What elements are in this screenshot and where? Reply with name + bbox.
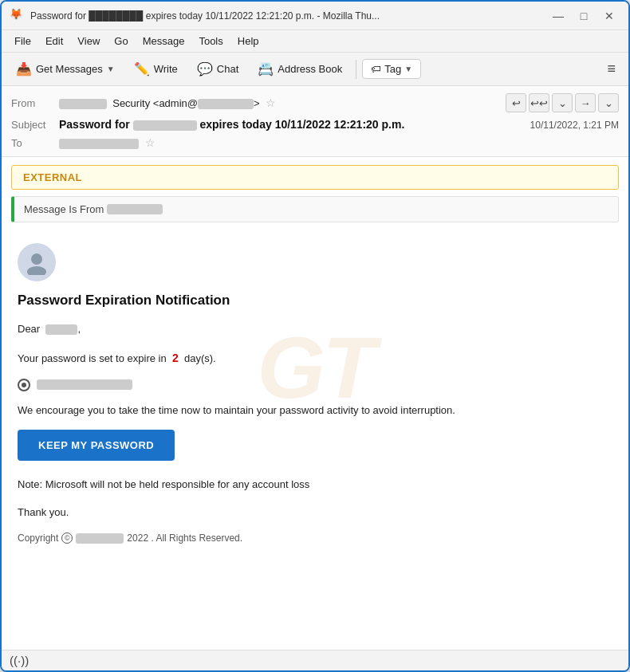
address-book-button[interactable]: 📇 Address Book xyxy=(250,58,350,80)
write-button[interactable]: ✏️ Write xyxy=(126,58,186,80)
copyright-year: 2022 . All Rights Reserved. xyxy=(127,532,242,544)
menu-message[interactable]: Message xyxy=(136,33,191,49)
menubar: File Edit View Go Message Tools Help xyxy=(2,30,628,53)
avatar-icon xyxy=(24,250,49,275)
body-text: We encourage you to take the time now to… xyxy=(18,403,612,419)
svg-point-1 xyxy=(27,266,46,275)
email-header: From Security <admin@ > ☆ ↩ ↩↩ ⌄ → ⌄ Sub… xyxy=(2,86,628,157)
subject-label: Subject xyxy=(11,119,59,131)
toolbar: 📥 Get Messages ▼ ✏️ Write 💬 Chat 📇 Addre… xyxy=(2,53,628,86)
app-icon: 🦊 xyxy=(10,8,26,24)
more-down-button[interactable]: ⌄ xyxy=(552,93,573,112)
menu-help[interactable]: Help xyxy=(231,33,266,49)
copyright-icon: © xyxy=(61,532,73,544)
tag-arrow: ▼ xyxy=(404,65,412,73)
to-star-icon[interactable]: ☆ xyxy=(145,136,156,149)
subject-name-blurred xyxy=(133,120,197,131)
expire-number: 2 xyxy=(172,352,179,364)
copyright-blurred xyxy=(76,533,124,544)
close-button[interactable]: ✕ xyxy=(598,7,620,25)
copyright-label: Copyright xyxy=(18,532,58,544)
expire-intro: Your password is set to expire in xyxy=(18,352,167,364)
window-title: Password for ████████ expires today 10/1… xyxy=(30,10,380,22)
from-domain-blurred xyxy=(198,99,254,109)
get-messages-arrow: ▼ xyxy=(107,65,115,73)
note-text: Note: Microsoft will not be held respons… xyxy=(18,477,612,493)
forward-more-button[interactable]: ⌄ xyxy=(598,93,619,112)
external-banner: EXTERNAL xyxy=(11,165,619,190)
email-window: 🦊 Password for ████████ expires today 10… xyxy=(0,0,630,672)
titlebar: 🦊 Password for ████████ expires today 10… xyxy=(2,2,628,30)
write-label: Write xyxy=(154,63,178,75)
hamburger-button[interactable]: ≡ xyxy=(600,57,622,81)
address-book-icon: 📇 xyxy=(258,61,274,77)
address-book-label: Address Book xyxy=(278,63,342,75)
chat-button[interactable]: 💬 Chat xyxy=(189,58,246,80)
reply-button[interactable]: ↩ xyxy=(506,93,526,112)
radio-icon xyxy=(18,379,30,391)
menu-file[interactable]: File xyxy=(8,33,37,49)
get-messages-icon: 📥 xyxy=(16,61,32,77)
dear-name-blurred xyxy=(45,324,77,335)
message-from-label: Message Is From xyxy=(24,203,104,215)
subject-row: Subject Password for expires today 10/11… xyxy=(11,115,619,134)
get-messages-button[interactable]: 📥 Get Messages ▼ xyxy=(8,58,123,80)
from-label: From xyxy=(11,97,59,109)
write-icon: ✏️ xyxy=(134,61,150,77)
tag-button[interactable]: 🏷 Tag ▼ xyxy=(362,59,421,79)
chat-icon: 💬 xyxy=(197,61,213,77)
sender-avatar xyxy=(18,243,56,281)
tag-icon: 🏷 xyxy=(371,63,381,75)
header-actions: ↩ ↩↩ ⌄ → ⌄ xyxy=(506,93,619,112)
dear-text: Dear xyxy=(18,323,40,335)
to-label: To xyxy=(11,137,59,149)
expire-paragraph: Your password is set to expire in 2 day(… xyxy=(18,349,612,367)
tag-label: Tag xyxy=(384,63,401,75)
email-heading: Password Expiration Notification xyxy=(18,293,612,308)
email-body: GT EXTERNAL Message Is From Password Exp xyxy=(2,157,628,650)
from-sender-blurred xyxy=(59,99,107,109)
chat-label: Chat xyxy=(217,63,238,75)
subject-value: Password for expires today 10/11/2022 12… xyxy=(59,118,521,131)
email-content: Password Expiration Notification Dear , … xyxy=(2,230,628,568)
thank-you-text: Thank you. xyxy=(18,505,612,521)
keep-password-button[interactable]: KEEP MY PASSWORD xyxy=(18,430,175,461)
maximize-button[interactable]: □ xyxy=(573,7,595,25)
get-messages-label: Get Messages xyxy=(36,63,103,75)
window-controls: — □ ✕ xyxy=(547,7,620,25)
radio-row xyxy=(18,379,612,391)
dear-paragraph: Dear , xyxy=(18,321,612,338)
menu-tools[interactable]: Tools xyxy=(192,33,229,49)
copyright-row: Copyright © 2022 . All Rights Reserved. xyxy=(18,532,612,544)
menu-view[interactable]: View xyxy=(71,33,106,49)
to-value: ☆ xyxy=(59,136,619,149)
reply-all-button[interactable]: ↩↩ xyxy=(529,93,549,112)
forward-button[interactable]: → xyxy=(575,93,596,112)
menu-edit[interactable]: Edit xyxy=(39,33,69,49)
expire-suffix: day(s). xyxy=(184,352,216,364)
message-from-blurred xyxy=(107,204,163,214)
minimize-button[interactable]: — xyxy=(547,7,569,25)
subject-date: 10/11/2022, 1:21 PM xyxy=(530,120,619,131)
to-row: To ☆ xyxy=(11,134,619,151)
from-row: From Security <admin@ > ☆ ↩ ↩↩ ⌄ → ⌄ xyxy=(11,91,619,115)
from-value: Security <admin@ > ☆ xyxy=(59,96,506,109)
menu-go[interactable]: Go xyxy=(108,33,134,49)
signal-icon: ((·)) xyxy=(10,654,29,667)
to-address-blurred xyxy=(59,139,139,149)
toolbar-separator xyxy=(356,60,356,79)
from-star-icon[interactable]: ☆ xyxy=(266,96,276,109)
svg-point-0 xyxy=(31,253,42,265)
statusbar: ((·)) xyxy=(2,650,628,670)
email-address-blurred xyxy=(37,379,132,390)
message-from-box: Message Is From xyxy=(11,196,619,222)
logo-area xyxy=(18,243,612,281)
